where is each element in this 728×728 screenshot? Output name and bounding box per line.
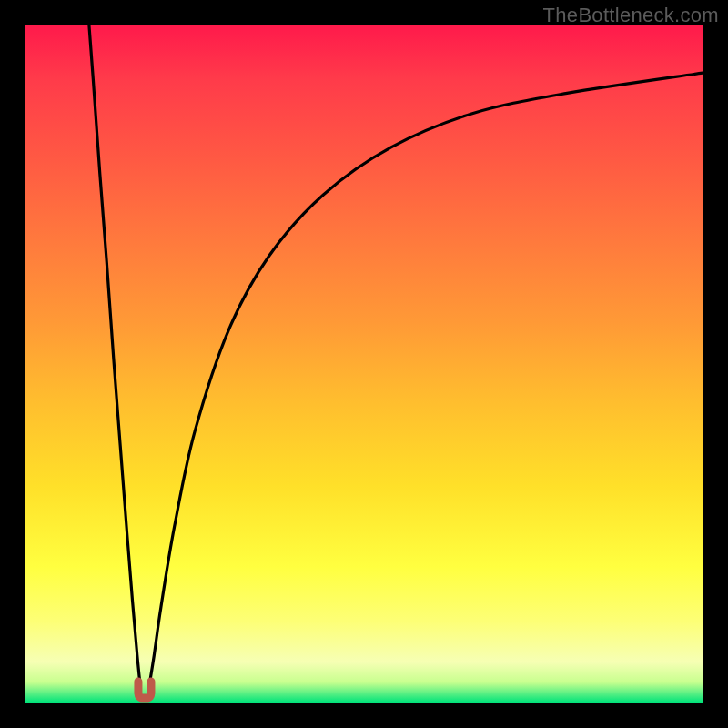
optimal-marker-icon: [138, 682, 151, 698]
chart-frame: TheBottleneck.com: [0, 0, 728, 728]
curve-left-branch: [89, 25, 141, 689]
curve-right-branch: [148, 73, 703, 689]
watermark-label: TheBottleneck.com: [543, 4, 719, 27]
plot-area: [25, 25, 703, 703]
bottleneck-curve: [25, 25, 703, 703]
